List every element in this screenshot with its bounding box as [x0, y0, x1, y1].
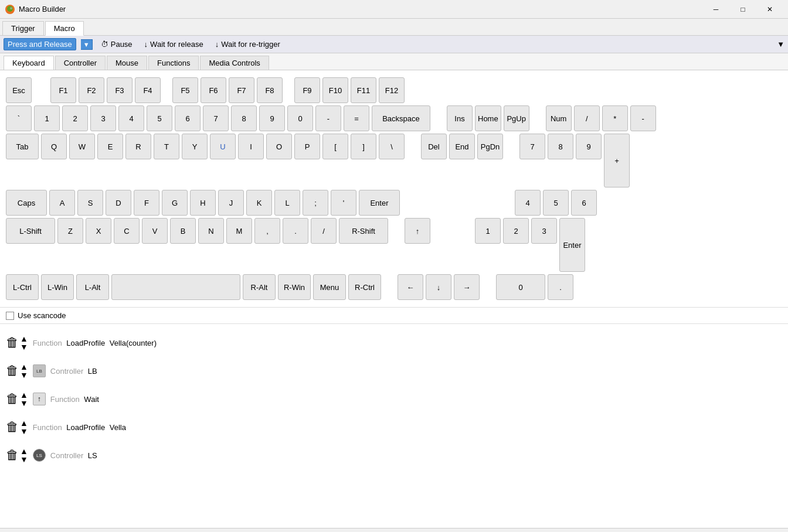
key-g[interactable]: G: [162, 190, 188, 216]
key-numplus[interactable]: +: [604, 134, 630, 187]
wait-release-item[interactable]: ↓ Wait for release: [141, 39, 207, 50]
key-w[interactable]: W: [69, 134, 95, 159]
key-4[interactable]: 4: [118, 105, 144, 131]
key-z[interactable]: Z: [57, 218, 83, 244]
key-backspace[interactable]: Backspace: [372, 105, 430, 131]
key-u[interactable]: U: [210, 134, 236, 159]
key-down[interactable]: ↓: [426, 274, 451, 300]
key-tab[interactable]: Tab: [6, 134, 39, 159]
key-q[interactable]: Q: [41, 134, 67, 159]
key-f[interactable]: F: [134, 190, 159, 216]
key-a[interactable]: A: [49, 190, 75, 216]
key-del[interactable]: Del: [421, 134, 447, 159]
key-lshift[interactable]: L-Shift: [6, 218, 55, 244]
key-y[interactable]: Y: [182, 134, 208, 159]
key-1[interactable]: 1: [34, 105, 60, 131]
key-f4[interactable]: F4: [135, 77, 161, 103]
key-caps[interactable]: Caps: [6, 190, 47, 216]
key-l[interactable]: L: [274, 190, 300, 216]
delete-icon-4[interactable]: 🗑: [6, 420, 19, 435]
key-p[interactable]: P: [294, 134, 320, 159]
key-backtick[interactable]: `: [6, 105, 32, 131]
key-r[interactable]: R: [125, 134, 151, 159]
key-num1[interactable]: 1: [475, 218, 501, 244]
key-0[interactable]: 0: [287, 105, 313, 131]
delete-icon-5[interactable]: 🗑: [6, 448, 19, 463]
key-n[interactable]: N: [198, 218, 224, 244]
key-f9[interactable]: F9: [294, 77, 320, 103]
key-h[interactable]: H: [190, 190, 216, 216]
press-and-release-button[interactable]: Press and Release: [4, 38, 76, 50]
key-o[interactable]: O: [266, 134, 292, 159]
delete-icon-1[interactable]: 🗑: [6, 335, 19, 350]
key-s[interactable]: S: [77, 190, 103, 216]
key-5[interactable]: 5: [147, 105, 172, 131]
wait-retrigger-item[interactable]: ↓ Wait for re-trigger: [212, 39, 284, 50]
key-period[interactable]: .: [283, 218, 308, 244]
tab-mouse[interactable]: Mouse: [107, 56, 147, 70]
key-k[interactable]: K: [246, 190, 272, 216]
key-9[interactable]: 9: [259, 105, 285, 131]
key-lwin[interactable]: L-Win: [41, 274, 74, 300]
key-backslash[interactable]: \: [379, 134, 405, 159]
key-8[interactable]: 8: [231, 105, 257, 131]
key-num9[interactable]: 9: [576, 134, 602, 159]
delete-icon-3[interactable]: 🗑: [6, 391, 19, 407]
key-c[interactable]: C: [114, 218, 140, 244]
key-quote[interactable]: ': [331, 190, 356, 216]
key-esc[interactable]: Esc: [6, 77, 32, 103]
key-f8[interactable]: F8: [257, 77, 283, 103]
key-f1[interactable]: F1: [50, 77, 76, 103]
key-pgup[interactable]: PgUp: [504, 105, 529, 131]
key-up[interactable]: ↑: [405, 218, 430, 244]
key-f10[interactable]: F10: [322, 77, 348, 103]
key-slash[interactable]: /: [311, 218, 337, 244]
key-numslash[interactable]: /: [574, 105, 600, 131]
key-num5[interactable]: 5: [543, 190, 569, 216]
key-f12[interactable]: F12: [379, 77, 405, 103]
key-3[interactable]: 3: [90, 105, 116, 131]
key-num[interactable]: Num: [546, 105, 572, 131]
key-num3[interactable]: 3: [531, 218, 557, 244]
tab-functions[interactable]: Functions: [148, 56, 199, 70]
key-f7[interactable]: F7: [229, 77, 254, 103]
close-button[interactable]: ✕: [756, 0, 783, 19]
key-numminus[interactable]: -: [630, 105, 656, 131]
key-f6[interactable]: F6: [201, 77, 226, 103]
maximize-button[interactable]: □: [729, 0, 756, 19]
key-num0[interactable]: 0: [496, 274, 545, 300]
key-j[interactable]: J: [218, 190, 244, 216]
tab-trigger[interactable]: Trigger: [2, 21, 44, 35]
key-num8[interactable]: 8: [548, 134, 573, 159]
key-2[interactable]: 2: [62, 105, 88, 131]
reorder-icon-1[interactable]: ▲ ▼: [20, 335, 28, 351]
key-i[interactable]: I: [238, 134, 264, 159]
delete-icon-2[interactable]: 🗑: [6, 363, 19, 378]
reorder-icon-5[interactable]: ▲ ▼: [20, 447, 28, 463]
reorder-icon-3[interactable]: ▲ ▼: [20, 391, 28, 407]
key-lalt[interactable]: L-Alt: [76, 274, 109, 300]
key-equals[interactable]: =: [344, 105, 369, 131]
key-left[interactable]: ←: [398, 274, 423, 300]
key-num6[interactable]: 6: [571, 190, 597, 216]
key-f11[interactable]: F11: [351, 77, 376, 103]
key-enter[interactable]: Enter: [359, 190, 400, 216]
scancode-checkbox[interactable]: [6, 312, 14, 320]
pause-item[interactable]: ⏱ Pause: [97, 39, 136, 50]
tab-media-controls[interactable]: Media Controls: [200, 56, 269, 70]
key-ralt[interactable]: R-Alt: [243, 274, 276, 300]
tab-keyboard[interactable]: Keyboard: [4, 56, 54, 70]
reorder-icon-4[interactable]: ▲ ▼: [20, 419, 28, 435]
key-numstar[interactable]: *: [602, 105, 628, 131]
key-m[interactable]: M: [226, 218, 252, 244]
key-minus[interactable]: -: [315, 105, 341, 131]
tab-macro[interactable]: Macro: [45, 21, 84, 36]
key-f5[interactable]: F5: [172, 77, 198, 103]
key-num2[interactable]: 2: [503, 218, 529, 244]
key-menu[interactable]: Menu: [313, 274, 346, 300]
press-and-release-dropdown[interactable]: ▼: [81, 39, 93, 50]
key-b[interactable]: B: [170, 218, 196, 244]
key-f3[interactable]: F3: [107, 77, 133, 103]
key-end[interactable]: End: [449, 134, 475, 159]
reorder-icon-2[interactable]: ▲ ▼: [20, 363, 28, 379]
